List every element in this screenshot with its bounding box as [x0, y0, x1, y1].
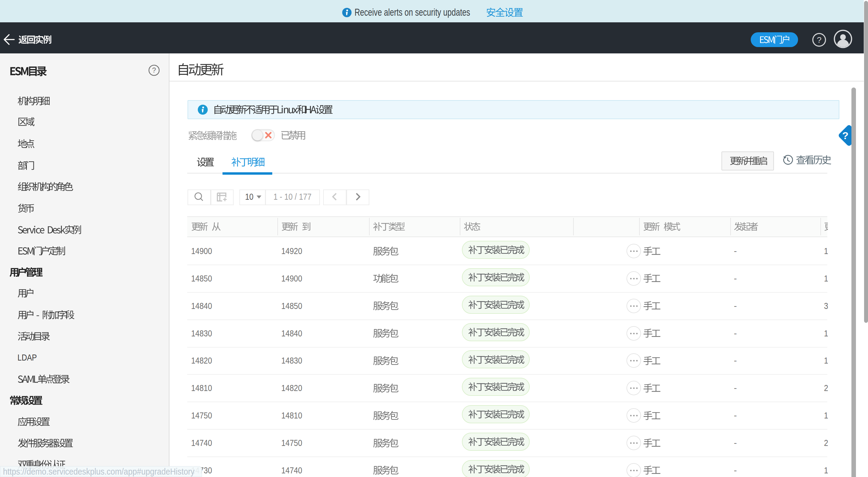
svg-text:?: ? — [152, 66, 156, 74]
svg-text:?: ? — [842, 130, 849, 141]
svg-text:?: ? — [817, 35, 822, 44]
